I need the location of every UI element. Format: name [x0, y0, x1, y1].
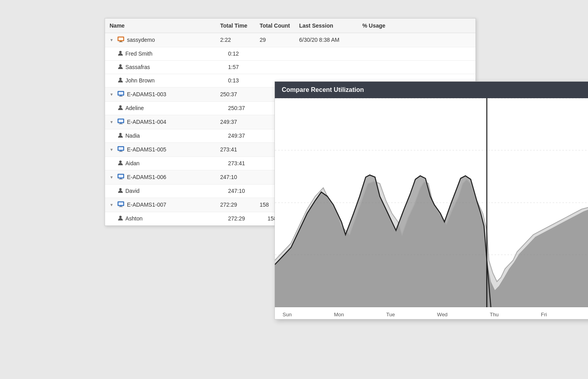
total-time: 247:10: [228, 188, 268, 194]
col-name: Name: [110, 22, 220, 29]
person-icon: [118, 50, 123, 57]
person-icon: [118, 64, 123, 71]
group-name-e-adams1-007[interactable]: E-ADAMS1-007: [127, 202, 166, 208]
chart-panel: Compare Recent Utilization 100% 75% 50% …: [274, 81, 588, 319]
person-icon: [118, 160, 123, 167]
name-cell: Nadia: [118, 133, 228, 139]
name-cell: ▼ E-ADAMS1-006: [110, 174, 220, 181]
svg-rect-18: [118, 147, 123, 150]
svg-rect-29: [120, 206, 122, 207]
total-time: 272:29: [220, 202, 260, 208]
name-cell: Ashton: [118, 215, 228, 222]
name-cell: Aidan: [118, 160, 228, 167]
blue-computer-icon: [117, 118, 124, 126]
blue-computer-icon: [117, 174, 124, 181]
svg-point-5: [119, 64, 122, 67]
total-time: 247:10: [220, 174, 260, 180]
x-label-wed: Wed: [437, 312, 448, 317]
name-cell: ▼ E-ADAMS1-007: [110, 201, 220, 209]
name-cell: ▼ sassydemo: [110, 36, 220, 44]
table-row: ▼ sassydemo 2:22 29 6/30/20 8:38 AM: [105, 33, 475, 47]
collapse-icon[interactable]: ▼: [110, 120, 114, 124]
svg-rect-28: [118, 202, 123, 205]
last-session: 6/30/20 8:38 AM: [299, 37, 363, 43]
total-time: 249:37: [228, 133, 268, 139]
col-last-session: Last Session: [299, 22, 363, 29]
total-time: 272:29: [228, 215, 268, 222]
group-name-e-adams1-006[interactable]: E-ADAMS1-006: [127, 174, 166, 180]
collapse-icon[interactable]: ▼: [110, 203, 114, 207]
user-name-nadia[interactable]: Nadia: [126, 133, 140, 139]
svg-rect-25: [119, 179, 123, 179]
user-name-david[interactable]: David: [126, 188, 140, 194]
user-name-adeline[interactable]: Adeline: [126, 105, 144, 111]
user-name-john-brown[interactable]: John Brown: [126, 77, 155, 84]
name-cell: ▼ E-ADAMS1-003: [110, 91, 220, 98]
group-name-e-adams1-004[interactable]: E-ADAMS1-004: [127, 119, 166, 125]
svg-rect-20: [119, 151, 123, 152]
user-name-sassafras[interactable]: Sassafras: [126, 64, 150, 70]
svg-rect-10: [119, 96, 123, 97]
orange-computer-icon: [117, 36, 124, 44]
svg-rect-15: [119, 124, 123, 124]
table-row: Fred Smith 0:12: [105, 47, 475, 61]
svg-rect-14: [120, 123, 122, 124]
svg-rect-1: [118, 37, 123, 40]
blue-computer-icon: [117, 146, 124, 153]
name-cell: David: [118, 188, 228, 194]
svg-rect-2: [120, 41, 122, 42]
x-axis-labels: Sun Mon Tue Wed Thu Fri Sat: [283, 312, 588, 317]
col-total-count: Total Count: [260, 22, 299, 29]
total-time: 250:37: [228, 105, 268, 111]
total-time: 1:57: [228, 64, 268, 70]
svg-rect-3: [119, 42, 123, 42]
svg-point-21: [119, 161, 122, 163]
name-cell: Adeline: [118, 105, 228, 112]
name-cell: Fred Smith: [118, 50, 228, 57]
total-count: 29: [260, 37, 299, 43]
collapse-icon[interactable]: ▼: [110, 92, 114, 97]
col-usage: % Usage: [363, 22, 402, 29]
total-time: 2:22: [220, 37, 260, 43]
total-time: 250:37: [220, 91, 260, 97]
collapse-icon[interactable]: ▼: [110, 175, 114, 179]
total-time: 0:12: [228, 50, 268, 57]
group-name-sassydemo[interactable]: sassydemo: [127, 37, 155, 43]
svg-rect-19: [120, 151, 122, 151]
table-row: Sassafras 1:57: [105, 61, 475, 74]
table-header: Name Total Time Total Count Last Session…: [105, 19, 475, 33]
chart-body: 100% 75% 50% 25% 0%: [275, 98, 588, 319]
name-cell: John Brown: [118, 77, 228, 84]
svg-rect-23: [118, 175, 123, 177]
collapse-icon[interactable]: ▼: [110, 147, 114, 152]
total-time: 273:41: [220, 146, 260, 153]
group-name-e-adams1-005[interactable]: E-ADAMS1-005: [127, 146, 166, 153]
total-time: 0:13: [228, 77, 268, 84]
x-label-sun: Sun: [283, 312, 292, 317]
collapse-icon[interactable]: ▼: [110, 38, 114, 42]
svg-rect-24: [120, 178, 122, 179]
user-name-fred-smith[interactable]: Fred Smith: [126, 50, 152, 57]
blue-computer-icon: [117, 91, 124, 98]
chart-title: Compare Recent Utilization: [275, 82, 588, 98]
person-icon: [118, 105, 123, 112]
name-cell: Sassafras: [118, 64, 228, 71]
user-name-aidan[interactable]: Aidan: [126, 160, 140, 166]
group-name-e-adams1-003[interactable]: E-ADAMS1-003: [127, 91, 166, 97]
chart-fill-dark: [275, 175, 588, 307]
col-total-time: Total Time: [220, 22, 260, 29]
total-time: 249:37: [220, 119, 260, 125]
person-icon: [118, 133, 123, 139]
svg-point-26: [119, 188, 122, 190]
x-label-tue: Tue: [386, 312, 395, 317]
blue-computer-icon: [117, 201, 124, 209]
svg-point-11: [119, 105, 122, 108]
svg-rect-9: [120, 95, 122, 96]
user-name-ashton[interactable]: Ashton: [126, 215, 143, 222]
person-icon: [118, 215, 123, 222]
name-cell: ▼ E-ADAMS1-005: [110, 146, 220, 153]
svg-rect-8: [118, 92, 123, 95]
svg-point-16: [119, 133, 122, 135]
name-cell: ▼ E-ADAMS1-004: [110, 118, 220, 126]
total-time: 273:41: [228, 160, 268, 166]
